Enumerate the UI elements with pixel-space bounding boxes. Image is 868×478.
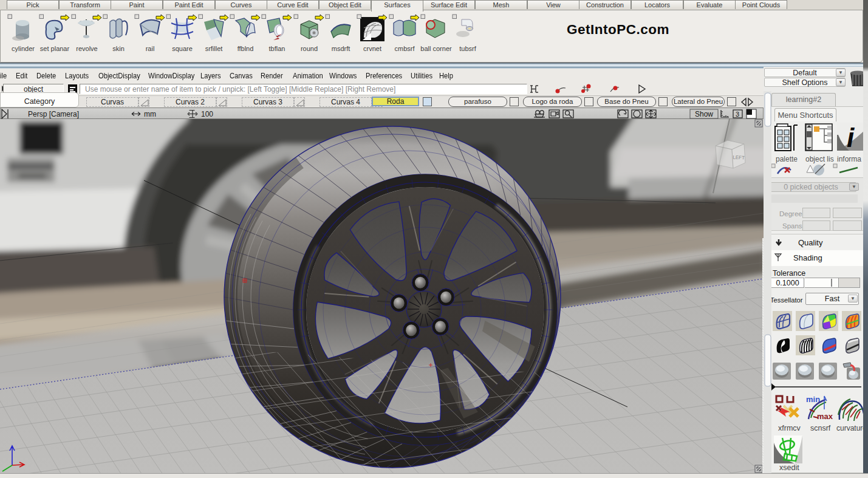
- svg-text:LEFT: LEFT: [733, 154, 745, 160]
- svg-text:Persp [Camera]: Persp [Camera]: [28, 110, 79, 118]
- svg-text:mm: mm: [144, 110, 156, 118]
- svg-text:Show: Show: [695, 110, 713, 118]
- svg-text:100: 100: [201, 110, 213, 118]
- svg-text:3: 3: [736, 111, 739, 118]
- svg-text:i: i: [847, 123, 855, 152]
